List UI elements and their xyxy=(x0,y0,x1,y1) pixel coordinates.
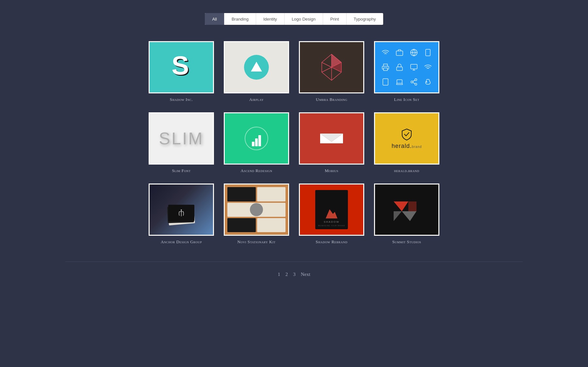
filter-buttons: All Branding Identity Logo Design Print … xyxy=(205,13,383,25)
svg-point-26 xyxy=(411,81,413,83)
card-shadow-rebrand[interactable]: SHADOW REIMAGINE YOUR BRAND Shadow Rebra… xyxy=(299,184,364,245)
svg-rect-18 xyxy=(384,68,387,71)
svg-rect-13 xyxy=(396,51,403,56)
svg-point-27 xyxy=(415,83,417,85)
page-next[interactable]: Next xyxy=(301,272,310,277)
svg-rect-20 xyxy=(411,64,417,69)
mini-icon-globe xyxy=(408,47,419,58)
filter-bar: All Branding Identity Logo Design Print … xyxy=(0,0,588,35)
card-umbra[interactable]: Umbra Branding xyxy=(299,41,364,103)
card-line-icons[interactable]: Line Icon Set xyxy=(374,41,439,103)
mini-icon-briefcase xyxy=(394,47,405,58)
card-ascend[interactable]: Ascend Redesign xyxy=(224,112,289,174)
filter-typography[interactable]: Typography xyxy=(347,13,383,25)
svg-rect-19 xyxy=(397,67,402,71)
svg-marker-43 xyxy=(394,201,408,211)
svg-rect-36 xyxy=(255,138,258,146)
card-shadow-inc[interactable]: S S Shadow Inc. xyxy=(149,41,214,103)
page-1[interactable]: 1 xyxy=(278,272,280,277)
card-herald-label: herald.brand xyxy=(374,165,439,174)
card-shadow-rebrand-label: Shadow Rebrand xyxy=(299,236,364,245)
svg-rect-35 xyxy=(252,142,254,146)
svg-rect-23 xyxy=(383,79,388,85)
card-anchor-label: Anchor Design Group xyxy=(149,236,214,245)
page-2[interactable]: 2 xyxy=(286,272,288,277)
slim-text: SLIM xyxy=(159,129,204,148)
filter-identity[interactable]: Identity xyxy=(256,13,285,25)
herald-brand-text: herald. xyxy=(392,143,412,150)
card-airplay[interactable]: Airplay xyxy=(224,41,289,103)
svg-line-10 xyxy=(322,62,332,67)
mini-icon-gamepad xyxy=(423,76,434,88)
filter-print[interactable]: Print xyxy=(323,13,347,25)
portfolio-grid: S S Shadow Inc. Airplay xyxy=(0,35,588,258)
svg-point-41 xyxy=(181,209,182,210)
svg-marker-46 xyxy=(394,211,402,221)
card-mobius-label: Mobius xyxy=(299,165,364,174)
card-shadow-inc-label: Shadow Inc. xyxy=(149,93,214,103)
mini-icon-laptop xyxy=(394,76,405,88)
mini-icon-share xyxy=(408,76,419,88)
svg-marker-44 xyxy=(402,211,416,221)
card-summit[interactable]: Summit Studios xyxy=(374,184,439,245)
pagination: 1 2 3 Next xyxy=(65,262,523,284)
svg-marker-45 xyxy=(408,201,416,211)
svg-text:S: S xyxy=(172,51,189,80)
card-mobius[interactable]: Mobius xyxy=(299,112,364,174)
card-anchor[interactable]: Anchor Design Group xyxy=(149,184,214,245)
mini-icon-phone xyxy=(423,47,434,58)
svg-line-28 xyxy=(413,82,415,84)
page-3[interactable]: 3 xyxy=(293,272,296,277)
card-novi-label: Novi Stationary Kit xyxy=(224,236,289,245)
card-slim-font-label: Slim Font xyxy=(149,165,214,174)
mini-icon-tablet xyxy=(380,76,391,88)
mini-icon-printer xyxy=(380,62,391,73)
mini-icon-monitor xyxy=(408,62,419,73)
filter-logo[interactable]: Logo Design xyxy=(285,13,323,25)
svg-rect-16 xyxy=(426,49,430,56)
svg-line-9 xyxy=(322,67,332,72)
card-umbra-label: Umbra Branding xyxy=(299,93,364,103)
filter-branding[interactable]: Branding xyxy=(224,13,256,25)
mini-icon-signal xyxy=(423,62,434,73)
mini-icon-lock xyxy=(394,62,405,73)
card-slim-font[interactable]: SLIM Slim Font xyxy=(149,112,214,174)
card-line-icons-label: Line Icon Set xyxy=(374,93,439,103)
herald-sub-text: brand xyxy=(412,145,422,149)
svg-point-25 xyxy=(415,79,417,81)
svg-marker-42 xyxy=(326,209,337,218)
card-novi[interactable]: Novi Stationary Kit xyxy=(224,184,289,245)
card-airplay-label: Airplay xyxy=(224,93,289,103)
filter-all[interactable]: All xyxy=(205,13,224,25)
svg-line-29 xyxy=(413,80,415,81)
card-ascend-label: Ascend Redesign xyxy=(224,165,289,174)
mini-icon-wifi xyxy=(380,47,391,58)
card-summit-label: Summit Studios xyxy=(374,236,439,245)
svg-rect-37 xyxy=(258,135,261,146)
card-herald[interactable]: herald.brand herald.brand xyxy=(374,112,439,174)
